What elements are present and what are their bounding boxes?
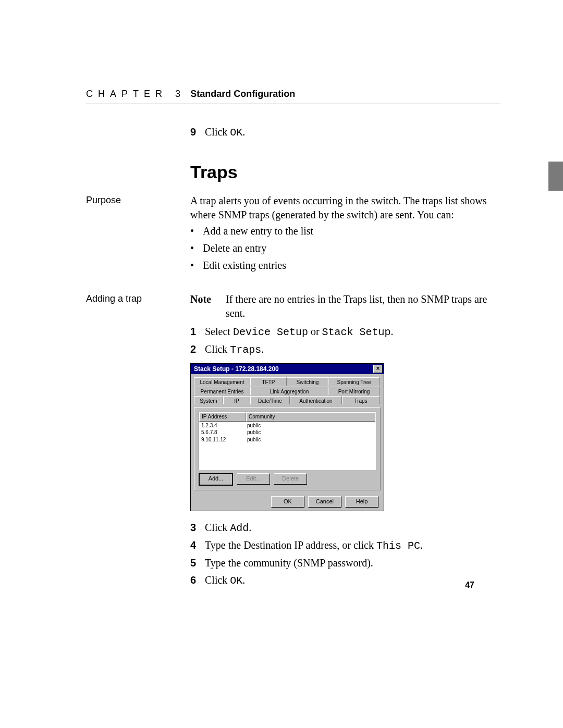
cancel-button[interactable]: Cancel [308, 496, 341, 508]
step-item: 2 Click Traps. [190, 342, 500, 357]
dialog-title: Stack Setup - 172.28.184.200 [194, 365, 279, 373]
tab-traps[interactable]: Traps [342, 396, 380, 404]
bullet-item: Delete an entry [190, 241, 500, 255]
delete-button[interactable]: Delete [274, 473, 307, 485]
tab-system[interactable]: System [194, 396, 223, 404]
step-item: 5 Type the community (SNMP password). [190, 556, 500, 570]
steps-before: 1 Select Device Setup or Stack Setup. 2 … [190, 325, 500, 357]
page: CHAPTER 3 Standard Configuration 9 Click… [0, 0, 563, 728]
step-number: 1 [190, 325, 205, 339]
page-number: 47 [465, 581, 474, 590]
header-community: Community [246, 412, 375, 422]
dialog-buttons: OK Cancel Help [194, 496, 381, 508]
list-row[interactable]: 1.2.3.4 public [199, 422, 375, 429]
chapter-label: CHAPTER 3 [86, 89, 186, 99]
stack-setup-dialog: Stack Setup - 172.28.184.200 × Local Man… [190, 363, 384, 511]
tab-strip: Local Management TFTP Switching Spanning… [194, 377, 381, 405]
step-number: 4 [190, 538, 205, 553]
step-text: Type the community (SNMP password). [205, 556, 373, 570]
step-item: 3 Click Add. [190, 521, 500, 535]
bullet-item: Add a new entry to the list [190, 224, 500, 238]
tab-authentication[interactable]: Authentication [290, 396, 342, 404]
step-9: 9 Click OK. [190, 125, 500, 140]
panel-buttons: Add... Edit... Delete [199, 473, 376, 486]
edit-button[interactable]: Edit... [237, 473, 270, 485]
step-text: Click OK. [205, 573, 245, 588]
purpose-label: Purpose [86, 194, 185, 206]
tab-ip[interactable]: IP [223, 396, 250, 404]
tab-tftp[interactable]: TFTP [250, 377, 287, 386]
help-button[interactable]: Help [345, 496, 378, 508]
titlebar: Stack Setup - 172.28.184.200 × [191, 364, 384, 374]
tab-link-aggregation[interactable]: Link Aggregation [250, 387, 328, 395]
tab-port-mirroring[interactable]: Port Mirroring [328, 387, 380, 395]
list-header: IP Address Community [199, 412, 375, 422]
note: Note If there are no entries in the Trap… [190, 292, 500, 320]
add-button[interactable]: Add... [199, 473, 233, 486]
purpose-bullets: Add a new entry to the list Delete an en… [190, 224, 500, 273]
tab-local-management[interactable]: Local Management [194, 377, 250, 386]
chapter-title: Standard Configuration [190, 89, 295, 99]
step-text: Select Device Setup or Stack Setup. [205, 325, 394, 339]
ok-button[interactable]: OK [271, 496, 304, 508]
step-number: 3 [190, 521, 205, 535]
tab-panel: IP Address Community 1.2.3.4 public 5.6.… [194, 407, 381, 490]
steps-after: 3 Click Add. 4 Type the Destination IP a… [190, 521, 500, 588]
step-text: Click Traps. [205, 342, 264, 357]
traps-listbox[interactable]: IP Address Community 1.2.3.4 public 5.6.… [199, 412, 376, 470]
bullet-item: Edit existing entries [190, 258, 500, 273]
purpose-block: Purpose A trap alerts you of events occu… [190, 194, 500, 282]
note-label: Note [190, 292, 226, 320]
tab-permanent-entries[interactable]: Permanent Entries [194, 387, 250, 395]
step-text: Type the Destination IP address, or clic… [205, 538, 423, 553]
purpose-intro: A trap alerts you of events occurring in… [190, 194, 500, 222]
step-text: Click Add. [205, 521, 251, 535]
adding-block: Adding a trap Note If there are no entri… [190, 292, 500, 591]
section-title: Traps [190, 161, 500, 184]
step-number: 9 [190, 125, 205, 140]
list-row[interactable]: 5.6.7.8 public [199, 429, 375, 436]
close-icon[interactable]: × [373, 365, 383, 373]
step-number: 5 [190, 556, 205, 570]
tab-switching[interactable]: Switching [287, 377, 328, 386]
list-row[interactable]: 9.10.11.12 public [199, 436, 375, 443]
running-head: CHAPTER 3 Standard Configuration [86, 89, 500, 104]
step-item: 1 Select Device Setup or Stack Setup. [190, 325, 500, 339]
dialog-screenshot: Stack Setup - 172.28.184.200 × Local Man… [190, 363, 500, 511]
step-number: 2 [190, 342, 205, 357]
tab-spanning-tree[interactable]: Spanning Tree [328, 377, 380, 386]
step-text: Click OK. [205, 125, 245, 140]
note-text: If there are no entries in the Traps lis… [226, 292, 500, 320]
step-number: 6 [190, 573, 205, 588]
header-ip: IP Address [199, 412, 246, 422]
step-item: 4 Type the Destination IP address, or cl… [190, 538, 500, 553]
step-item: 6 Click OK. [190, 573, 500, 588]
tab-date-time[interactable]: Date/Time [250, 396, 290, 404]
adding-label: Adding a trap [86, 292, 185, 305]
thumb-tab [548, 162, 563, 191]
